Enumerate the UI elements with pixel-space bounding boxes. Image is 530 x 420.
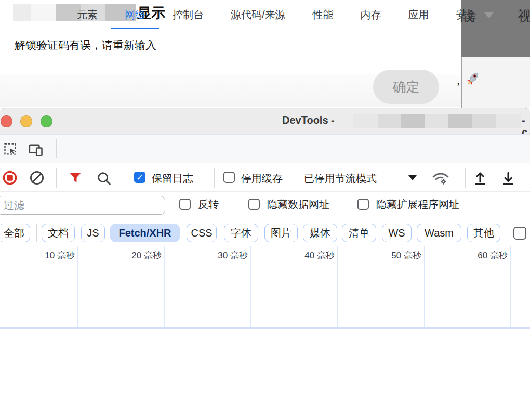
preserve-log-checkbox[interactable]: ✓ <box>134 172 145 183</box>
import-har-icon[interactable] <box>500 170 516 187</box>
tabbar-divider <box>56 139 57 158</box>
type-filter-font[interactable]: 字体 <box>224 224 258 242</box>
timeline-gridline <box>424 246 425 329</box>
tab-sources[interactable]: 源代码/来源 <box>217 0 299 29</box>
timeline-gridline <box>337 246 338 329</box>
filter-row-divider <box>235 196 235 216</box>
timeline-gridline <box>250 246 251 329</box>
timeline-gridline <box>164 246 165 329</box>
search-icon[interactable] <box>96 170 112 186</box>
type-filter-doc[interactable]: 文档 <box>42 224 75 242</box>
inspect-element-icon[interactable] <box>3 142 18 156</box>
toolbar-divider-2 <box>124 168 124 188</box>
toolbar-divider-3 <box>214 168 215 188</box>
network-filter-more-checkbox[interactable] <box>513 227 526 240</box>
toolbar-divider-4 <box>465 168 466 188</box>
filter-funnel-icon[interactable] <box>69 172 82 184</box>
disable-cache-label[interactable]: 停用缓存 <box>241 172 283 186</box>
dialog-confirm-button[interactable]: 确定 <box>373 70 439 104</box>
timeline-gridline <box>510 246 511 329</box>
tab-console[interactable]: 控制台 <box>159 0 217 29</box>
type-filter-img[interactable]: 图片 <box>264 224 298 242</box>
type-filter-other[interactable]: 其他 <box>467 224 500 242</box>
timeline-tick-label: 10 毫秒 <box>23 250 75 261</box>
tab-performance[interactable]: 性能 <box>299 0 347 29</box>
window-zoom-button[interactable] <box>41 115 52 127</box>
type-filter-wasm[interactable]: Wasm <box>417 224 461 242</box>
tab-network[interactable]: 网络 <box>111 0 159 29</box>
timeline-tick-label: 30 毫秒 <box>196 250 248 261</box>
type-filter-manifest[interactable]: 清单 <box>342 224 376 242</box>
page-comma-text: ， <box>452 72 465 88</box>
type-filter-media[interactable]: 媒体 <box>303 224 337 242</box>
devtools-window-title: DevTools - <box>282 114 335 126</box>
tab-elements[interactable]: 元素 <box>63 0 111 29</box>
screen: 显示 解锁验证码有误，请重新输入 确定 战 视 ， DevTools - <box>0 0 530 420</box>
hide-extension-urls-checkbox[interactable] <box>357 199 369 210</box>
clear-network-log-button[interactable] <box>30 170 44 185</box>
toolbar-divider-1 <box>56 168 57 188</box>
redacted-window-title <box>353 114 521 128</box>
timeline-tick-label: 60 毫秒 <box>456 250 508 261</box>
dialog-message: 解锁验证码有误，请重新输入 <box>15 38 156 52</box>
tab-application[interactable]: 应用 <box>395 0 443 29</box>
devtools-tabs: 元素 网络 控制台 源代码/来源 性能 内存 应用 安全 <box>63 0 491 29</box>
hide-data-urls-checkbox[interactable] <box>248 199 260 210</box>
timeline-tick-label: 40 毫秒 <box>283 250 335 261</box>
hide-extension-urls-label[interactable]: 隐藏扩展程序网址 <box>376 198 459 212</box>
invert-filter-label[interactable]: 反转 <box>198 198 219 212</box>
page-nav-text-right: 视 <box>518 7 530 25</box>
throttling-caret-icon[interactable] <box>408 175 417 180</box>
throttling-select[interactable]: 已停用节流模式 <box>304 172 377 186</box>
waterfall-bottom-border <box>0 327 530 329</box>
devtools-tabbar <box>0 134 530 163</box>
type-filter-fetch-xhr[interactable]: Fetch/XHR <box>110 224 180 242</box>
disable-cache-checkbox[interactable] <box>223 172 235 183</box>
rocket-icon <box>465 69 482 87</box>
tab-security[interactable]: 安全 <box>443 0 491 29</box>
preserve-log-label[interactable]: 保留日志 <box>152 172 193 186</box>
hide-data-urls-label[interactable]: 隐藏数据网址 <box>267 198 329 212</box>
timeline-gridline <box>77 246 78 329</box>
window-close-button[interactable] <box>1 115 12 127</box>
timeline-tick-label: 50 毫秒 <box>369 250 421 261</box>
chip-divider <box>36 224 37 242</box>
window-minimize-button[interactable] <box>20 115 32 127</box>
type-filter-ws[interactable]: WS <box>382 224 412 242</box>
type-filter-css[interactable]: CSS <box>187 224 217 242</box>
record-network-log-button[interactable] <box>3 170 17 185</box>
network-conditions-icon[interactable] <box>431 171 450 186</box>
export-har-icon[interactable] <box>472 170 488 187</box>
device-toolbar-icon[interactable] <box>28 142 44 157</box>
timeline-tick-label: 20 毫秒 <box>110 250 162 261</box>
invert-filter-checkbox[interactable] <box>179 199 191 210</box>
filter-input[interactable] <box>0 196 165 215</box>
type-filter-all[interactable]: 全部 <box>0 224 30 242</box>
type-filter-js[interactable]: JS <box>81 224 105 242</box>
tab-memory[interactable]: 内存 <box>347 0 395 29</box>
